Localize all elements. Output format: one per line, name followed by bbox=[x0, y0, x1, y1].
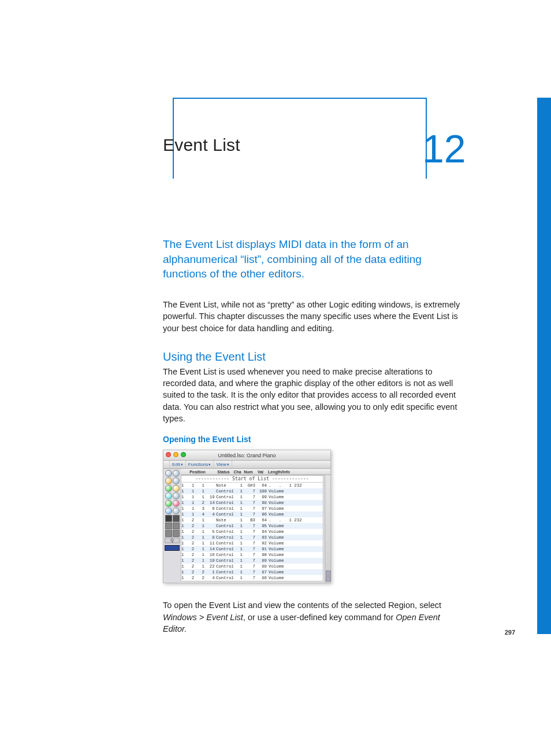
menu-edit[interactable]: Edit▾ bbox=[170, 461, 186, 468]
intro-paragraph: The Event List, while not as “pretty” as… bbox=[163, 299, 463, 334]
event-row[interactable]: 1 2 2 13Control1787Volume bbox=[181, 569, 323, 575]
col-status[interactable]: Status bbox=[214, 470, 233, 474]
filter-icon[interactable] bbox=[165, 485, 172, 492]
col-num[interactable]: Num bbox=[242, 470, 255, 474]
filter-sidebar: Q bbox=[163, 469, 181, 583]
lead-paragraph: The Event List displays MIDI data in the… bbox=[163, 237, 463, 281]
col-val[interactable]: Val bbox=[255, 470, 266, 474]
subheading: Opening the Event List bbox=[163, 435, 463, 444]
filter-icon[interactable] bbox=[165, 492, 172, 499]
scrollbar[interactable] bbox=[325, 475, 330, 583]
event-row[interactable]: 1 1 1 193Control1799Volume bbox=[181, 494, 323, 500]
section-text: The Event List is used whenever you need… bbox=[163, 366, 463, 424]
tool-icon[interactable] bbox=[165, 522, 172, 529]
filter-icon[interactable] bbox=[165, 500, 172, 507]
event-row[interactable]: 1 1 1 1Control17100Volume bbox=[181, 488, 323, 494]
tool-icon[interactable] bbox=[173, 515, 180, 522]
event-row[interactable]: 1 2 1 85Control1793Volume bbox=[181, 535, 323, 540]
column-headers: Position Status Cha Num Val Length/Info bbox=[181, 469, 330, 475]
quantize-field[interactable]: Q bbox=[165, 538, 180, 543]
event-row[interactable]: 1 2 1 141Control1791Volume bbox=[181, 546, 323, 552]
after-screenshot-text: To open the Event List and view the cont… bbox=[163, 599, 463, 635]
filter-icon[interactable] bbox=[173, 470, 180, 477]
filter-icon[interactable] bbox=[173, 507, 180, 514]
side-color-bar bbox=[537, 98, 551, 634]
filter-icon[interactable] bbox=[173, 477, 180, 484]
menu-view[interactable]: View▾ bbox=[214, 461, 232, 468]
window-title: Untitled.lso: Grand Piano bbox=[163, 453, 330, 458]
col-cha[interactable]: Cha bbox=[233, 470, 242, 474]
col-length[interactable]: Length/Info bbox=[266, 470, 325, 474]
event-row[interactable]: 1 2 1 169Control1790Volume bbox=[181, 552, 323, 558]
midi-in-indicator bbox=[165, 545, 180, 551]
window-titlebar: Untitled.lso: Grand Piano bbox=[163, 450, 330, 461]
event-row[interactable]: 1 1 3 97Control1797Volume bbox=[181, 506, 323, 512]
col-position[interactable]: Position bbox=[181, 470, 214, 474]
event-row[interactable]: 1 2 1 1Note1B364. . 1 232 bbox=[181, 517, 323, 523]
event-list-body[interactable]: ------------ Start of List -------------… bbox=[181, 475, 323, 581]
page-number: 297 bbox=[505, 629, 515, 636]
event-row[interactable]: 1 2 1 225Control1788Volume bbox=[181, 564, 323, 569]
pointer-tool-icon[interactable] bbox=[165, 515, 172, 522]
event-row[interactable]: 1 2 1 197Control1789Volume bbox=[181, 558, 323, 564]
event-row[interactable]: 1 2 1 1Control1795Volume bbox=[181, 523, 323, 529]
filter-icon[interactable] bbox=[173, 500, 180, 507]
tool-icon[interactable] bbox=[165, 530, 172, 537]
filter-icon[interactable] bbox=[165, 507, 172, 514]
event-row[interactable]: 1 2 1 57Control1794Volume bbox=[181, 529, 323, 535]
chapter-number: 12 bbox=[422, 126, 466, 171]
link-icon[interactable] bbox=[163, 461, 170, 468]
filter-icon[interactable] bbox=[173, 485, 180, 492]
chapter-title: Event List bbox=[163, 135, 240, 155]
section-heading: Using the Event List bbox=[163, 350, 463, 364]
event-row[interactable]: 1 1 1 1Note1G#364. . 1 232 bbox=[181, 483, 323, 488]
event-row[interactable]: 1 1 2 145Control1798Volume bbox=[181, 500, 323, 506]
filter-icon[interactable] bbox=[165, 477, 172, 484]
tool-icon[interactable] bbox=[173, 522, 180, 529]
filter-icon[interactable] bbox=[165, 470, 172, 477]
event-row[interactable]: 1 1 4 49Control1796Volume bbox=[181, 512, 323, 517]
event-list-screenshot: Untitled.lso: Grand Piano Edit▾ Function… bbox=[163, 450, 331, 583]
menu-functions[interactable]: Functions▾ bbox=[186, 461, 214, 468]
start-of-list-label: ------------ Start of List ------------- bbox=[181, 476, 323, 483]
tool-icon[interactable] bbox=[173, 530, 180, 537]
filter-icon[interactable] bbox=[173, 492, 180, 499]
event-row[interactable]: 1 2 2 41Control1786Volume bbox=[181, 575, 323, 581]
event-row[interactable]: 1 2 1 113Control1792Volume bbox=[181, 540, 323, 546]
menu-bar: Edit▾ Functions▾ View▾ bbox=[163, 461, 330, 469]
